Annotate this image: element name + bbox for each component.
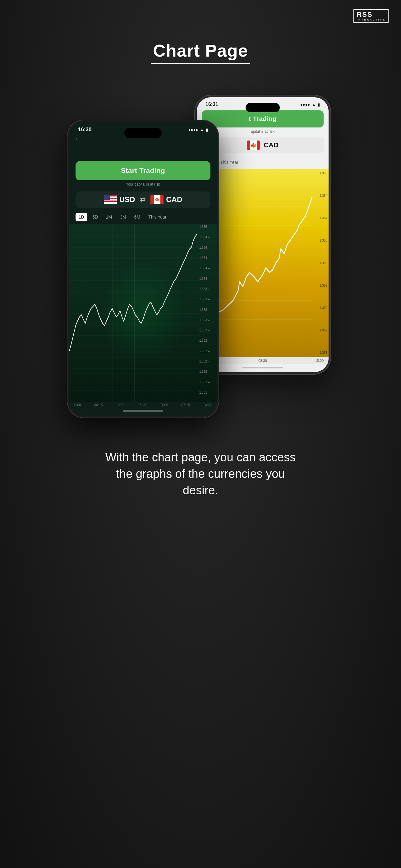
tab-5d[interactable]: 5D xyxy=(89,213,101,221)
start-trading-label: Start Trading xyxy=(121,167,165,175)
x6: 13:30 xyxy=(203,403,212,407)
page-title: Chart Page xyxy=(151,40,250,61)
x-label-2-back: 08:30 xyxy=(258,359,267,363)
home-indicator-front xyxy=(123,410,163,412)
dynamic-island-back xyxy=(246,103,280,112)
tab-6m[interactable]: 6M xyxy=(131,213,143,221)
tab-3m[interactable]: 3M xyxy=(117,213,129,221)
x2: 12:30 xyxy=(116,403,125,407)
maple-leaf-front: 🍁 xyxy=(154,197,160,202)
phones-container: 16:31 ●●●● ▲ ▮ t Trading apital is at ri… xyxy=(61,82,340,424)
description: With the chart page, you can access the … xyxy=(76,449,325,499)
start-trading-label-back: t Trading xyxy=(249,115,277,122)
chart-svg-front xyxy=(69,224,199,402)
chart-y-labels-back: 1.385 1.384 1.384 1.383 1.383 1.382 1.38… xyxy=(319,169,327,357)
capital-risk-front: Your capital is at risk xyxy=(69,182,217,187)
time-front: 16:30 xyxy=(78,127,91,133)
description-text: With the chart page, you can access the … xyxy=(101,449,300,499)
x4: 01:00 xyxy=(159,403,168,407)
flag-cad-back: 🍁 xyxy=(247,141,260,150)
currency-usd: USD xyxy=(119,195,135,204)
x3: 18:45 xyxy=(138,403,146,407)
x-axis-front: 0:00 06:15 12:30 18:45 01:00 07:15 13:30 xyxy=(69,402,217,408)
currency-row-back: 🍁 CAD xyxy=(201,137,324,153)
title-underline xyxy=(151,63,250,64)
phone-front-screen: 16:30 ●●●● ▲ ▮ ‹ Start Trading Your capi… xyxy=(69,122,217,416)
logo-text: RSS xyxy=(357,11,385,18)
start-trading-btn-front[interactable]: Start Trading xyxy=(75,161,211,180)
flag-usd xyxy=(104,195,117,204)
swap-icon[interactable]: ⇄ xyxy=(140,195,146,204)
phone-front: 16:30 ●●●● ▲ ▮ ‹ Start Trading Your capi… xyxy=(67,120,219,418)
signal-icon: ●●●● xyxy=(300,102,310,107)
wifi-icon-front: ▲ xyxy=(200,127,204,132)
currency-row-front: USD ⇄ 🍁 CAD xyxy=(75,191,211,208)
logo-sub: INTERACTIVE xyxy=(357,18,385,21)
x1: 06:15 xyxy=(94,403,103,407)
chart-y-labels-front: 1.385 – 1.384 – 1.384 – 1.384 – 1.384 – … xyxy=(199,224,215,396)
time-back: 16:31 xyxy=(206,102,218,107)
tab-thisyear-back[interactable]: This Year xyxy=(217,158,241,167)
maple-leaf-back: 🍁 xyxy=(250,143,256,148)
currency-cad-back: CAD xyxy=(264,141,279,149)
wifi-icon: ▲ xyxy=(312,102,316,107)
from-currency: USD xyxy=(104,195,135,204)
battery-icon-front: ▮ xyxy=(206,127,208,132)
start-trading-btn-back[interactable]: t Trading xyxy=(202,111,323,127)
chart-front: 1.385 – 1.384 – 1.384 – 1.384 – 1.384 – … xyxy=(69,224,217,402)
x-label-3-back: 15:00 xyxy=(315,359,323,363)
signal-icon-front: ●●●● xyxy=(188,127,198,132)
to-currency: 🍁 CAD xyxy=(150,195,182,204)
dynamic-island-front xyxy=(124,128,162,138)
title-section: Chart Page xyxy=(151,40,250,64)
tab-1m[interactable]: 1M xyxy=(103,213,115,221)
time-tabs-front: 1D 5D 1M 3M 6M This Year xyxy=(69,210,217,224)
x5: 07:15 xyxy=(181,403,190,407)
status-icons-front: ●●●● ▲ ▮ xyxy=(188,127,208,132)
battery-icon: ▮ xyxy=(318,102,320,107)
flag-cad-front: 🍁 xyxy=(150,195,163,204)
x0: 0:00 xyxy=(74,403,81,407)
status-icons-back: ●●●● ▲ ▮ xyxy=(300,102,320,107)
logo: RSS INTERACTIVE xyxy=(353,9,389,23)
tab-1d[interactable]: 1D xyxy=(75,213,87,221)
currency-cad-front: CAD xyxy=(166,195,182,204)
tab-thisyear[interactable]: This Year xyxy=(145,213,169,221)
home-indicator-back xyxy=(243,367,283,368)
